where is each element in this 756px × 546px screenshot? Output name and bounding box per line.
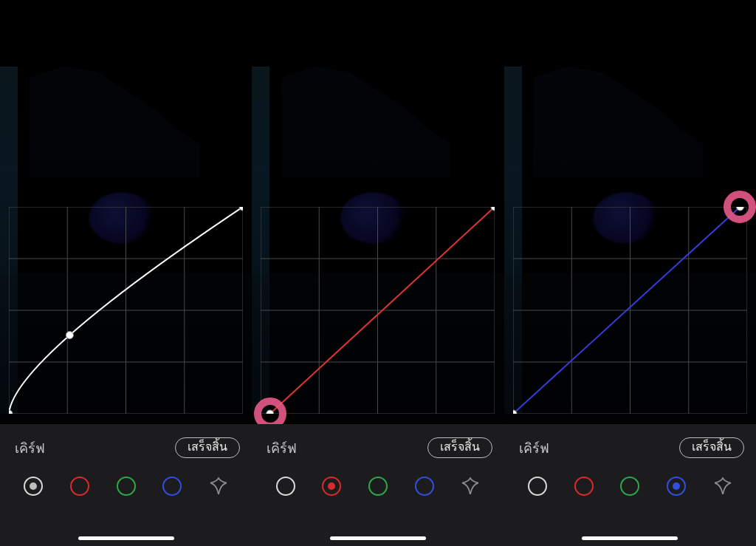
done-button[interactable]: เสร็จสิ้น bbox=[427, 437, 492, 458]
channel-blue[interactable] bbox=[415, 477, 434, 496]
curve-point[interactable] bbox=[9, 410, 13, 414]
tool-name-label: เคิร์ฟ bbox=[15, 437, 45, 459]
channel-luma[interactable] bbox=[528, 477, 547, 496]
curve-editor-panel: เคิร์ฟ เสร็จสิ้น bbox=[0, 66, 252, 546]
channel-green[interactable] bbox=[117, 477, 136, 496]
editor-panels: เคิร์ฟ เสร็จสิ้น bbox=[0, 66, 756, 546]
channel-selector-row bbox=[504, 470, 756, 502]
tone-curve-canvas[interactable] bbox=[261, 207, 495, 414]
channel-red[interactable] bbox=[322, 477, 341, 496]
home-indicator[interactable] bbox=[582, 536, 678, 540]
channel-red[interactable] bbox=[70, 477, 89, 496]
curve-editor-panel: เคิร์ฟ เสร็จสิ้น bbox=[504, 66, 756, 546]
channel-green[interactable] bbox=[368, 477, 388, 496]
effects-icon[interactable] bbox=[713, 477, 732, 496]
home-indicator[interactable] bbox=[330, 536, 426, 540]
tone-curve-canvas[interactable] bbox=[513, 207, 747, 414]
effects-icon[interactable] bbox=[209, 477, 228, 496]
tone-curve-canvas[interactable] bbox=[9, 207, 243, 414]
done-button[interactable]: เสร็จสิ้น bbox=[175, 437, 240, 458]
channel-selector-row bbox=[252, 470, 504, 502]
done-button[interactable]: เสร็จสิ้น bbox=[679, 437, 744, 458]
effects-icon[interactable] bbox=[461, 477, 480, 496]
bottom-toolbar: เคิร์ฟ เสร็จสิ้น bbox=[504, 424, 756, 546]
channel-green[interactable] bbox=[620, 477, 639, 496]
bottom-toolbar: เคิร์ฟ เสร็จสิ้น bbox=[0, 424, 252, 546]
curve-point[interactable] bbox=[66, 332, 73, 339]
bottom-toolbar: เคิร์ฟ เสร็จสิ้น bbox=[252, 424, 504, 546]
curve-editor-panel: เคิร์ฟ เสร็จสิ้น bbox=[252, 66, 504, 546]
channel-selector-row bbox=[0, 470, 252, 502]
tool-name-label: เคิร์ฟ bbox=[519, 437, 549, 459]
channel-luma[interactable] bbox=[276, 477, 295, 496]
tool-name-label: เคิร์ฟ bbox=[267, 437, 297, 459]
channel-blue[interactable] bbox=[667, 477, 686, 496]
channel-blue[interactable] bbox=[162, 477, 182, 496]
curve-point[interactable] bbox=[239, 207, 243, 211]
channel-red[interactable] bbox=[574, 477, 594, 496]
channel-luma[interactable] bbox=[24, 477, 43, 496]
home-indicator[interactable] bbox=[78, 536, 174, 540]
